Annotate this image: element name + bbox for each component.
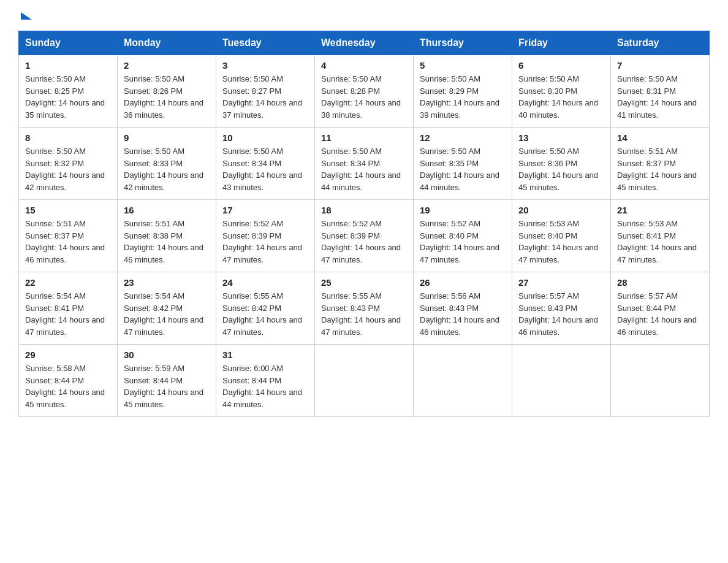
day-info: Sunrise: 5:52 AMSunset: 8:39 PMDaylight:… xyxy=(222,219,302,264)
calendar-header-row: Sunday Monday Tuesday Wednesday Thursday… xyxy=(19,31,710,55)
day-info: Sunrise: 5:50 AMSunset: 8:35 PMDaylight:… xyxy=(420,147,499,192)
day-number: 30 xyxy=(124,350,210,360)
day-info: Sunrise: 5:51 AMSunset: 8:38 PMDaylight:… xyxy=(124,219,203,264)
day-number: 11 xyxy=(321,132,407,143)
table-row: 30 Sunrise: 5:59 AMSunset: 8:44 PMDaylig… xyxy=(118,345,216,417)
day-info: Sunrise: 5:52 AMSunset: 8:39 PMDaylight:… xyxy=(321,219,401,264)
table-row: 22 Sunrise: 5:54 AMSunset: 8:41 PMDaylig… xyxy=(19,272,118,345)
table-row: 11 Sunrise: 5:50 AMSunset: 8:34 PMDaylig… xyxy=(315,128,414,200)
day-info: Sunrise: 5:50 AMSunset: 8:31 PMDaylight:… xyxy=(617,74,697,120)
table-row: 5 Sunrise: 5:50 AMSunset: 8:29 PMDayligh… xyxy=(414,55,512,128)
day-info: Sunrise: 5:50 AMSunset: 8:34 PMDaylight:… xyxy=(321,147,401,192)
table-row: 12 Sunrise: 5:50 AMSunset: 8:35 PMDaylig… xyxy=(414,128,512,200)
day-number: 16 xyxy=(124,205,210,215)
day-number: 29 xyxy=(25,350,111,360)
table-row: 28 Sunrise: 5:57 AMSunset: 8:44 PMDaylig… xyxy=(611,272,710,345)
calendar-week-row-2: 8 Sunrise: 5:50 AMSunset: 8:32 PMDayligh… xyxy=(19,128,710,200)
day-number: 31 xyxy=(222,350,308,360)
day-info: Sunrise: 5:50 AMSunset: 8:32 PMDaylight:… xyxy=(25,147,105,192)
calendar-week-row-3: 15 Sunrise: 5:51 AMSunset: 8:37 PMDaylig… xyxy=(19,200,710,272)
table-row: 1 Sunrise: 5:50 AMSunset: 8:25 PMDayligh… xyxy=(19,55,118,128)
table-row: 23 Sunrise: 5:54 AMSunset: 8:42 PMDaylig… xyxy=(118,272,216,345)
day-number: 6 xyxy=(518,60,604,71)
logo-arrow-icon xyxy=(21,12,32,20)
table-row: 24 Sunrise: 5:55 AMSunset: 8:42 PMDaylig… xyxy=(216,272,315,345)
col-header-sunday: Sunday xyxy=(19,31,118,55)
day-number: 28 xyxy=(617,277,703,288)
table-row: 19 Sunrise: 5:52 AMSunset: 8:40 PMDaylig… xyxy=(414,200,512,272)
day-info: Sunrise: 5:50 AMSunset: 8:26 PMDaylight:… xyxy=(124,74,203,120)
day-info: Sunrise: 5:50 AMSunset: 8:29 PMDaylight:… xyxy=(420,74,499,120)
table-row: 6 Sunrise: 5:50 AMSunset: 8:30 PMDayligh… xyxy=(512,55,611,128)
col-header-friday: Friday xyxy=(512,31,611,55)
day-number: 15 xyxy=(25,205,111,215)
day-number: 20 xyxy=(518,205,604,215)
day-info: Sunrise: 5:50 AMSunset: 8:28 PMDaylight:… xyxy=(321,74,401,120)
table-row: 3 Sunrise: 5:50 AMSunset: 8:27 PMDayligh… xyxy=(216,55,315,128)
calendar-week-row-1: 1 Sunrise: 5:50 AMSunset: 8:25 PMDayligh… xyxy=(19,55,710,128)
table-row: 8 Sunrise: 5:50 AMSunset: 8:32 PMDayligh… xyxy=(19,128,118,200)
day-number: 18 xyxy=(321,205,407,215)
table-row: 2 Sunrise: 5:50 AMSunset: 8:26 PMDayligh… xyxy=(118,55,216,128)
day-number: 4 xyxy=(321,60,407,71)
day-info: Sunrise: 5:52 AMSunset: 8:40 PMDaylight:… xyxy=(420,219,499,264)
day-number: 27 xyxy=(518,277,604,288)
logo xyxy=(18,12,32,20)
day-info: Sunrise: 5:58 AMSunset: 8:44 PMDaylight:… xyxy=(25,364,105,409)
day-info: Sunrise: 5:50 AMSunset: 8:27 PMDaylight:… xyxy=(222,74,302,120)
table-row: 13 Sunrise: 5:50 AMSunset: 8:36 PMDaylig… xyxy=(512,128,611,200)
table-row xyxy=(414,345,512,417)
table-row: 16 Sunrise: 5:51 AMSunset: 8:38 PMDaylig… xyxy=(118,200,216,272)
calendar-table: Sunday Monday Tuesday Wednesday Thursday… xyxy=(18,31,710,417)
day-number: 23 xyxy=(124,277,210,288)
table-row: 15 Sunrise: 5:51 AMSunset: 8:37 PMDaylig… xyxy=(19,200,118,272)
table-row: 29 Sunrise: 5:58 AMSunset: 8:44 PMDaylig… xyxy=(19,345,118,417)
day-number: 19 xyxy=(420,205,506,215)
day-info: Sunrise: 5:57 AMSunset: 8:43 PMDaylight:… xyxy=(518,291,598,337)
day-info: Sunrise: 5:51 AMSunset: 8:37 PMDaylight:… xyxy=(617,147,697,192)
day-number: 9 xyxy=(124,132,210,143)
day-info: Sunrise: 5:55 AMSunset: 8:43 PMDaylight:… xyxy=(321,291,401,337)
day-info: Sunrise: 5:54 AMSunset: 8:41 PMDaylight:… xyxy=(25,291,105,337)
day-number: 14 xyxy=(617,132,703,143)
table-row xyxy=(315,345,414,417)
table-row: 31 Sunrise: 6:00 AMSunset: 8:44 PMDaylig… xyxy=(216,345,315,417)
table-row: 18 Sunrise: 5:52 AMSunset: 8:39 PMDaylig… xyxy=(315,200,414,272)
day-number: 7 xyxy=(617,60,703,71)
table-row: 9 Sunrise: 5:50 AMSunset: 8:33 PMDayligh… xyxy=(118,128,216,200)
day-info: Sunrise: 5:59 AMSunset: 8:44 PMDaylight:… xyxy=(124,364,203,409)
day-info: Sunrise: 5:50 AMSunset: 8:33 PMDaylight:… xyxy=(124,147,203,192)
day-number: 24 xyxy=(222,277,308,288)
day-number: 8 xyxy=(25,132,111,143)
day-number: 21 xyxy=(617,205,703,215)
day-info: Sunrise: 5:57 AMSunset: 8:44 PMDaylight:… xyxy=(617,291,697,337)
table-row xyxy=(512,345,611,417)
table-row: 10 Sunrise: 5:50 AMSunset: 8:34 PMDaylig… xyxy=(216,128,315,200)
col-header-saturday: Saturday xyxy=(611,31,710,55)
day-info: Sunrise: 5:50 AMSunset: 8:25 PMDaylight:… xyxy=(25,74,105,120)
table-row: 20 Sunrise: 5:53 AMSunset: 8:40 PMDaylig… xyxy=(512,200,611,272)
table-row: 17 Sunrise: 5:52 AMSunset: 8:39 PMDaylig… xyxy=(216,200,315,272)
calendar-week-row-5: 29 Sunrise: 5:58 AMSunset: 8:44 PMDaylig… xyxy=(19,345,710,417)
day-number: 13 xyxy=(518,132,604,143)
day-number: 12 xyxy=(420,132,506,143)
day-number: 3 xyxy=(222,60,308,71)
table-row: 4 Sunrise: 5:50 AMSunset: 8:28 PMDayligh… xyxy=(315,55,414,128)
day-info: Sunrise: 5:50 AMSunset: 8:30 PMDaylight:… xyxy=(518,74,598,120)
day-number: 25 xyxy=(321,277,407,288)
table-row: 14 Sunrise: 5:51 AMSunset: 8:37 PMDaylig… xyxy=(611,128,710,200)
day-info: Sunrise: 6:00 AMSunset: 8:44 PMDaylight:… xyxy=(222,364,302,409)
day-info: Sunrise: 5:53 AMSunset: 8:41 PMDaylight:… xyxy=(617,219,697,264)
col-header-wednesday: Wednesday xyxy=(315,31,414,55)
day-number: 2 xyxy=(124,60,210,71)
day-number: 26 xyxy=(420,277,506,288)
day-info: Sunrise: 5:54 AMSunset: 8:42 PMDaylight:… xyxy=(124,291,203,337)
table-row: 21 Sunrise: 5:53 AMSunset: 8:41 PMDaylig… xyxy=(611,200,710,272)
day-info: Sunrise: 5:56 AMSunset: 8:43 PMDaylight:… xyxy=(420,291,499,337)
col-header-tuesday: Tuesday xyxy=(216,31,315,55)
day-info: Sunrise: 5:51 AMSunset: 8:37 PMDaylight:… xyxy=(25,219,105,264)
day-info: Sunrise: 5:55 AMSunset: 8:42 PMDaylight:… xyxy=(222,291,302,337)
table-row: 27 Sunrise: 5:57 AMSunset: 8:43 PMDaylig… xyxy=(512,272,611,345)
table-row: 26 Sunrise: 5:56 AMSunset: 8:43 PMDaylig… xyxy=(414,272,512,345)
day-info: Sunrise: 5:50 AMSunset: 8:36 PMDaylight:… xyxy=(518,147,598,192)
